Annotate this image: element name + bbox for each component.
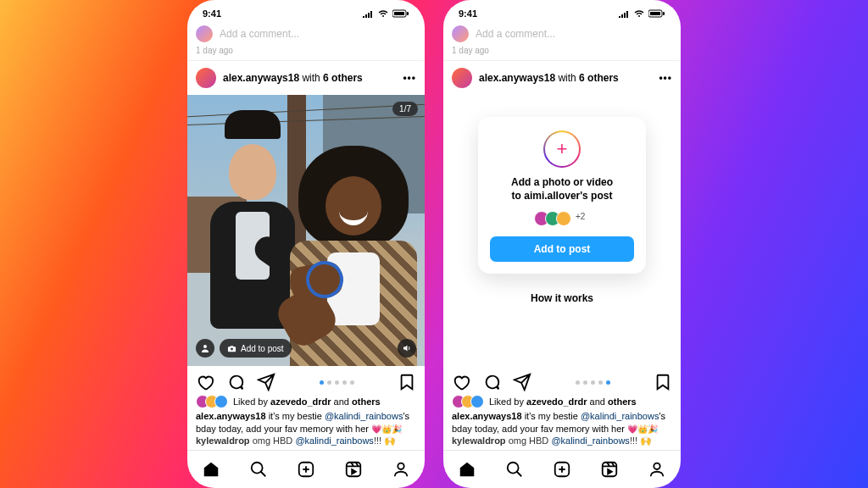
comment-preview[interactable]: kylewaldrop omg HBD @kalindi_rainbows!!!… xyxy=(187,435,425,446)
svg-rect-7 xyxy=(347,463,361,477)
like-icon[interactable] xyxy=(196,373,214,391)
tab-home-icon[interactable] xyxy=(458,460,476,479)
comment-preview[interactable]: kylewaldrop omg HBD @kalindi_rainbows!!!… xyxy=(443,435,681,446)
likes-text: Liked by azevedo_drdr and others xyxy=(489,396,637,407)
svg-point-8 xyxy=(398,463,403,469)
phone-mockup-right: 9:41 Add a comment... 1 day ago alex.any… xyxy=(443,0,681,488)
post-age: 1 day ago xyxy=(187,46,425,60)
liker-avatars xyxy=(452,395,484,408)
svg-rect-1 xyxy=(394,12,404,15)
post-media[interactable]: 1/7 Add to post xyxy=(187,95,425,366)
status-icons xyxy=(618,9,665,18)
add-media-prompt: Add a photo or videoto aimi.allover's po… xyxy=(511,176,613,202)
svg-rect-10 xyxy=(650,12,660,15)
with-text: with xyxy=(299,72,323,84)
post-caption[interactable]: alex.anyways18 it's my bestie @kalindi_r… xyxy=(443,408,681,435)
post-header[interactable]: alex.anyways18 with 6 others ••• xyxy=(443,61,681,95)
carousel-dots xyxy=(543,380,642,385)
status-time: 9:41 xyxy=(459,8,477,19)
svg-point-5 xyxy=(252,463,263,474)
author-username: alex.anyways18 xyxy=(479,72,555,84)
status-time: 9:41 xyxy=(203,8,221,19)
add-to-post-button[interactable]: Add to post xyxy=(490,236,634,262)
liker-avatars xyxy=(196,395,228,408)
avatar xyxy=(452,25,469,42)
post-caption[interactable]: alex.anyways18 it's my bestie @kalindi_r… xyxy=(187,408,425,435)
svg-rect-14 xyxy=(603,463,617,477)
status-bar: 9:41 xyxy=(187,0,425,22)
wifi-icon xyxy=(377,9,389,18)
post-actions xyxy=(187,366,425,395)
battery-icon xyxy=(392,9,409,18)
contributor-avatars: +2 xyxy=(534,211,590,226)
author-username: alex.anyways18 xyxy=(223,72,299,84)
svg-point-4 xyxy=(231,347,233,350)
signal-icon xyxy=(618,9,630,18)
author-line[interactable]: alex.anyways18 with 6 others xyxy=(479,72,619,84)
plus-ring-icon[interactable]: + xyxy=(543,130,581,168)
add-to-post-pill[interactable]: Add to post xyxy=(220,339,292,358)
how-it-works-link[interactable]: How it works xyxy=(531,292,593,304)
author-avatar[interactable] xyxy=(196,68,216,88)
tab-bar xyxy=(187,450,425,488)
sound-icon[interactable] xyxy=(398,339,416,358)
carousel-page-badge: 1/7 xyxy=(392,102,418,116)
carousel-dots xyxy=(287,380,386,385)
tab-bar xyxy=(443,450,681,488)
author-avatar[interactable] xyxy=(452,68,472,88)
save-icon[interactable] xyxy=(398,373,416,391)
wifi-icon xyxy=(633,9,645,18)
share-icon[interactable] xyxy=(257,373,275,391)
save-icon[interactable] xyxy=(654,373,672,391)
battery-icon xyxy=(648,9,665,18)
svg-rect-2 xyxy=(407,12,409,15)
add-media-card: + Add a photo or videoto aimi.allover's … xyxy=(478,117,646,274)
share-icon[interactable] xyxy=(513,373,531,391)
status-bar: 9:41 xyxy=(443,0,681,22)
add-comment-row[interactable]: Add a comment... xyxy=(187,22,425,46)
tab-create-icon[interactable] xyxy=(297,460,315,479)
add-to-post-label: Add to post xyxy=(241,344,284,353)
svg-point-12 xyxy=(508,463,519,474)
likes-row[interactable]: Liked by azevedo_drdr and others xyxy=(443,395,681,408)
author-line[interactable]: alex.anyways18 with 6 others xyxy=(223,72,363,84)
comment-placeholder: Add a comment... xyxy=(476,28,555,40)
gradient-background: 9:41 Add a comment... 1 day ago alex.any… xyxy=(0,0,868,488)
comment-placeholder: Add a comment... xyxy=(220,28,299,40)
camera-icon xyxy=(227,344,236,353)
more-icon[interactable]: ••• xyxy=(659,72,672,84)
tab-profile-icon[interactable] xyxy=(392,460,410,479)
signal-icon xyxy=(362,9,374,18)
svg-point-15 xyxy=(654,463,659,469)
tab-profile-icon[interactable] xyxy=(648,460,666,479)
tab-create-icon[interactable] xyxy=(553,460,571,479)
photo-person-right xyxy=(286,146,421,366)
like-icon[interactable] xyxy=(452,373,470,391)
svg-point-3 xyxy=(203,345,207,348)
tab-reels-icon[interactable] xyxy=(344,460,363,479)
tab-reels-icon[interactable] xyxy=(600,460,619,479)
extra-contributors: +2 xyxy=(575,211,590,226)
svg-rect-11 xyxy=(663,12,665,15)
tab-home-icon[interactable] xyxy=(202,460,220,479)
post-actions xyxy=(443,366,681,395)
tagged-people-icon[interactable] xyxy=(196,339,214,358)
post-header[interactable]: alex.anyways18 with 6 others ••• xyxy=(187,61,425,95)
post-age: 1 day ago xyxy=(443,46,681,60)
add-media-slide: + Add a photo or videoto aimi.allover's … xyxy=(443,95,681,366)
add-comment-row[interactable]: Add a comment... xyxy=(443,22,681,46)
comment-icon[interactable] xyxy=(482,373,501,391)
phone-mockup-left: 9:41 Add a comment... 1 day ago alex.any… xyxy=(187,0,425,488)
others-count: 6 others xyxy=(323,72,363,84)
avatar xyxy=(196,25,213,42)
status-icons xyxy=(362,9,409,18)
comment-icon[interactable] xyxy=(226,373,245,391)
likes-row[interactable]: Liked by azevedo_drdr and others xyxy=(187,395,425,408)
more-icon[interactable]: ••• xyxy=(403,72,416,84)
tab-search-icon[interactable] xyxy=(505,460,524,479)
likes-text: Liked by azevedo_drdr and others xyxy=(233,396,381,407)
tab-search-icon[interactable] xyxy=(249,460,268,479)
